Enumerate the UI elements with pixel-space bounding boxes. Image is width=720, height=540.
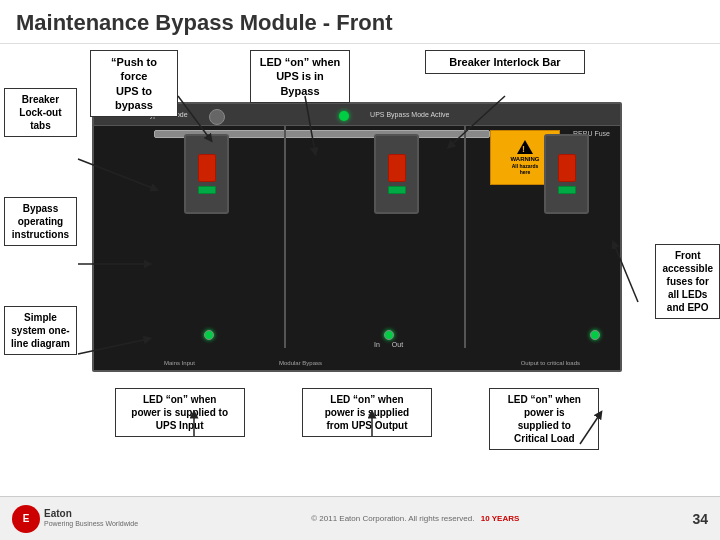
breaker-3-handle[interactable]	[558, 154, 576, 182]
page-header: Maintenance Bypass Module - Front	[0, 0, 720, 44]
years-badge: 10 YEARS	[481, 514, 520, 523]
page-title: Maintenance Bypass Module - Front	[16, 10, 393, 36]
ups-panel-image: Activate UPS Bypass Mode UPS Bypass Mode…	[92, 102, 622, 372]
panel-divider-2	[464, 126, 466, 348]
warning-triangle-icon	[517, 140, 533, 154]
breaker-1-green-strip	[198, 186, 216, 194]
ups-out-label: Out	[392, 341, 403, 348]
breaker-1[interactable]	[184, 134, 229, 214]
mains-input-label: Mains Input	[164, 360, 195, 366]
led-critical	[590, 330, 600, 340]
breaker-interlock-label: Breaker Interlock Bar	[425, 50, 585, 74]
led-critical-label: LED “on” when power is supplied to Criti…	[489, 388, 599, 450]
ups-in-label: In	[374, 341, 380, 348]
eaton-logo-circle: E	[12, 505, 40, 533]
bypass-operating-label: Bypass operating instructions	[4, 197, 77, 246]
led-on-bypass-label: LED “on” when UPS is in Bypass	[250, 50, 350, 103]
led-ups-input-label: LED “on” when power is supplied to UPS I…	[115, 388, 245, 437]
copyright-text: © 2011 Eaton Corporation. All rights res…	[311, 514, 519, 523]
led-dot-ups-input	[204, 330, 214, 340]
led-dot-ups-output	[384, 330, 394, 340]
led-dot-critical	[590, 330, 600, 340]
push-to-force-label: “Push to force UPS to bypass	[90, 50, 178, 117]
left-labels-column: Breaker Lock-out tabs Bypass operating i…	[0, 88, 81, 355]
bypass-active-label: UPS Bypass Mode Active	[370, 111, 449, 118]
breaker-1-handle[interactable]	[198, 154, 216, 182]
breaker-3-green-strip	[558, 186, 576, 194]
page-footer: E Eaton Powering Business Worldwide © 20…	[0, 496, 720, 540]
bypass-mode-button[interactable]	[209, 109, 225, 125]
simple-system-label: Simple system one- line diagram	[4, 306, 77, 355]
ups-inout-labels: In Out	[374, 341, 403, 348]
breaker-2[interactable]	[374, 134, 419, 214]
panel-divider-1	[284, 126, 286, 348]
eaton-logo: E Eaton Powering Business Worldwide	[12, 505, 138, 533]
led-ups-input	[204, 330, 214, 340]
eaton-text: Eaton Powering Business Worldwide	[44, 508, 138, 528]
front-accessible-label: Front accessible fuses for all LEDs and …	[655, 244, 720, 319]
output-label: Output to critical loads	[521, 360, 580, 366]
breaker-2-green-strip	[388, 186, 406, 194]
bypass-active-led	[339, 111, 349, 121]
breaker-3[interactable]	[544, 134, 589, 214]
bottom-labels-row: LED “on” when power is supplied to UPS I…	[82, 382, 632, 452]
breaker-2-handle[interactable]	[388, 154, 406, 182]
led-ups-output	[384, 330, 394, 340]
modular-bypass-label: Modular Bypass	[279, 360, 322, 366]
led-ups-output-label: LED “on” when power is supplied from UPS…	[302, 388, 432, 437]
page-number: 34	[692, 511, 708, 527]
